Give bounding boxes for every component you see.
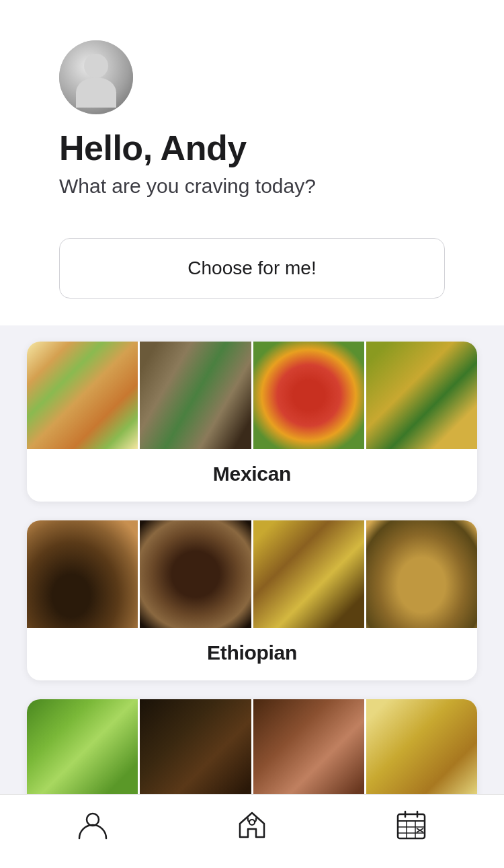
nav-item-home[interactable] [173, 801, 332, 849]
greeting-subtitle: What are you craving today? [59, 175, 445, 198]
third-image-3 [253, 699, 364, 807]
svg-point-1 [249, 820, 255, 825]
mexican-image-1 [27, 342, 138, 449]
third-images-grid [27, 699, 477, 807]
ethiopian-label: Ethiopian [27, 628, 477, 680]
mexican-label: Mexican [27, 449, 477, 502]
cuisine-card-mexican[interactable]: Mexican [27, 342, 477, 502]
person-icon [75, 807, 110, 842]
ethiopian-image-3 [253, 520, 364, 628]
greeting-title: Hello, Andy [59, 128, 445, 168]
bottom-navigation [0, 794, 504, 868]
mexican-image-4 [366, 342, 477, 449]
choose-button-wrapper: Choose for me! [0, 225, 504, 325]
nav-item-calendar[interactable] [331, 801, 491, 849]
third-image-4 [366, 699, 477, 807]
ethiopian-image-1 [27, 520, 138, 628]
header-section: Hello, Andy What are you craving today? [0, 0, 504, 225]
avatar-image [59, 40, 133, 114]
svg-rect-2 [398, 814, 425, 838]
calendar-icon [394, 807, 429, 842]
mexican-image-2 [140, 342, 251, 449]
cuisine-cards-area: Mexican Ethiopian [0, 325, 504, 823]
ethiopian-image-2 [140, 520, 251, 628]
user-avatar [59, 40, 133, 114]
cuisine-card-ethiopian[interactable]: Ethiopian [27, 520, 477, 680]
mexican-image-3 [253, 342, 364, 449]
cuisine-card-third[interactable] [27, 699, 477, 807]
third-image-1 [27, 699, 138, 807]
nav-item-profile[interactable] [13, 801, 173, 849]
ethiopian-image-4 [366, 520, 477, 628]
third-image-2 [140, 699, 251, 807]
choose-for-me-button[interactable]: Choose for me! [59, 238, 445, 299]
svg-point-0 [87, 814, 99, 826]
mexican-images-grid [27, 342, 477, 449]
home-icon [235, 807, 269, 842]
ethiopian-images-grid [27, 520, 477, 628]
